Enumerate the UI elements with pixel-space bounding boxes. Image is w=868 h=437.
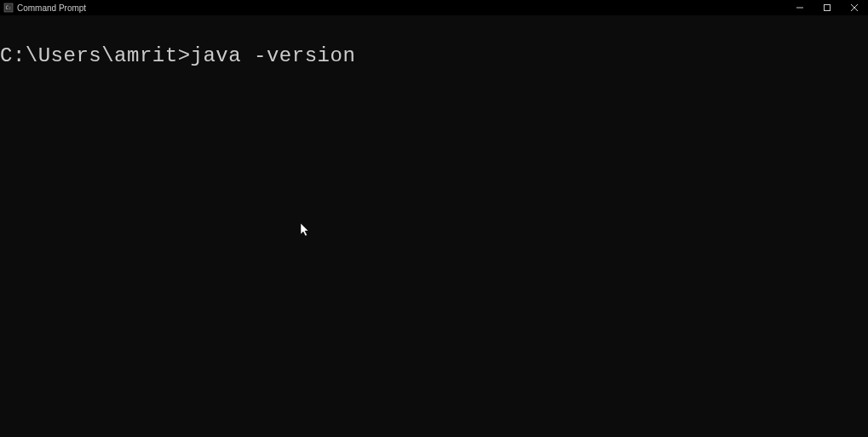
titlebar-left: C: Command Prompt: [3, 3, 86, 13]
minimize-button[interactable]: [786, 0, 813, 15]
window-controls: [786, 0, 868, 15]
svg-rect-3: [825, 5, 831, 11]
maximize-button[interactable]: [813, 0, 841, 15]
prompt: C:\Users\amrit>: [0, 44, 191, 67]
command-input: java -version: [191, 44, 356, 67]
terminal-area[interactable]: C:\Users\amrit>java -version: [0, 15, 868, 437]
window-titlebar: C: Command Prompt: [0, 0, 868, 15]
close-button[interactable]: [841, 0, 868, 15]
window-title: Command Prompt: [17, 3, 86, 13]
mouse-cursor-icon: [301, 223, 311, 239]
terminal-line: C:\Users\amrit>java -version: [0, 44, 868, 67]
svg-text:C:: C:: [6, 4, 12, 10]
cmd-icon: C:: [3, 3, 14, 13]
